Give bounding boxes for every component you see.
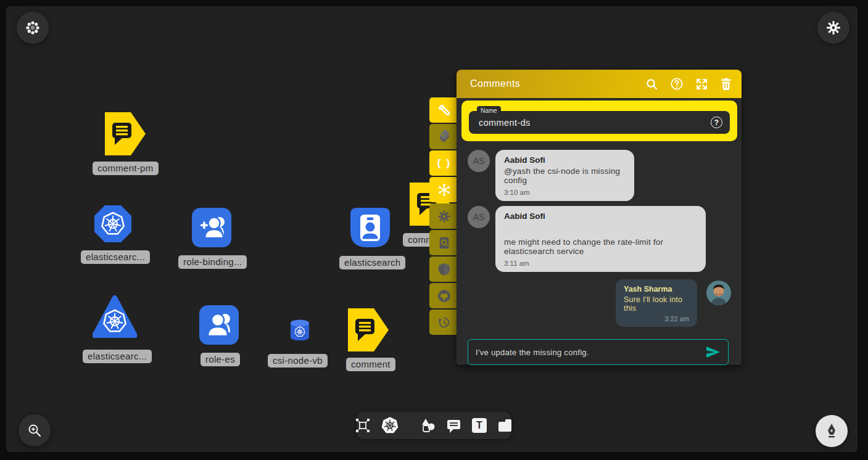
node-label-role-binding[interactable]: role-binding... — [178, 255, 247, 269]
github-icon — [437, 289, 452, 303]
network-module-tool[interactable] — [355, 417, 371, 433]
kubernetes-tool[interactable] — [381, 417, 399, 434]
settings-button[interactable] — [817, 12, 849, 44]
role-icon — [199, 305, 239, 345]
node-label-comment-pm[interactable]: comment-pm — [93, 162, 159, 175]
comment-tool[interactable] — [446, 418, 461, 433]
message-author: Aabid Sofi — [504, 212, 697, 221]
braces-icon: { } — [437, 157, 452, 170]
note-icon — [497, 418, 513, 433]
shield-icon — [438, 263, 450, 276]
message-author: Aabid Sofi — [504, 155, 626, 165]
name-field-label: Name — [477, 106, 501, 115]
mesh-hub-icon — [437, 183, 452, 197]
avatar-photo — [706, 281, 731, 305]
node-elasticsearch-triangle[interactable] — [93, 295, 137, 342]
name-input[interactable] — [479, 118, 711, 128]
pen-tool-button[interactable] — [816, 415, 848, 447]
help-icon[interactable] — [671, 78, 683, 90]
comment-pentagon-icon — [105, 112, 146, 155]
comment-pentagon-icon — [348, 308, 389, 351]
text-tool[interactable]: T — [472, 418, 487, 433]
toolbar-history-button[interactable] — [429, 310, 459, 335]
toolbar-braces-button[interactable]: { } — [429, 150, 459, 176]
send-icon — [706, 346, 721, 358]
node-action-toolbar: { } — [429, 97, 459, 335]
node-csi-node-vb[interactable] — [289, 319, 310, 345]
node-elasticsearch-badge[interactable] — [350, 208, 390, 250]
toolbar-wrench-button[interactable] — [429, 97, 459, 123]
expand-icon[interactable] — [696, 78, 708, 90]
text-tool-icon: T — [472, 418, 487, 433]
history-icon — [437, 316, 451, 329]
avatar: AS — [468, 206, 490, 228]
doc-search-icon — [437, 236, 451, 250]
toolbar-tags-button[interactable] — [429, 124, 459, 149]
shapes-icon — [420, 417, 436, 433]
toolbar-mesh-hub-button[interactable] — [429, 177, 459, 202]
wrench-icon — [437, 104, 451, 117]
node-label-comment[interactable]: comment — [346, 358, 395, 371]
message-text: @yash the csi-node is missing config — [504, 166, 626, 185]
node-label-csi-node-vb[interactable]: csi-node-vb — [268, 354, 328, 368]
message-time: 3:22 am — [624, 315, 689, 322]
gear-icon — [826, 20, 841, 35]
tags-icon — [437, 129, 452, 144]
role-binding-icon — [192, 208, 231, 247]
pen-nib-icon — [824, 422, 840, 440]
network-module-icon — [355, 417, 371, 433]
message-author: Yash Sharma — [624, 285, 689, 294]
gear-icon — [437, 210, 451, 223]
name-section: Name ? — [461, 101, 737, 141]
name-help-icon[interactable]: ? — [711, 117, 722, 128]
app-menu-button[interactable] — [17, 12, 49, 44]
message-row: AS Aabid Sofi me might need to change th… — [468, 206, 734, 272]
zoom-in-icon — [27, 422, 43, 438]
user-photo — [706, 281, 731, 305]
shape-toolbar: T — [357, 412, 511, 439]
search-icon[interactable] — [646, 78, 658, 90]
messages-list: AS Aabid Sofi @yash the csi-node is miss… — [457, 141, 742, 327]
send-button[interactable] — [706, 346, 721, 358]
message-time: 3:10 am — [504, 189, 626, 196]
k8s-triangle-icon — [93, 295, 137, 339]
comment-icon — [446, 418, 461, 433]
toolbar-doc-search-button[interactable] — [429, 230, 459, 255]
message-bubble: Aabid Sofi @yash the csi-node is missing… — [495, 150, 634, 201]
message-row: AS Aabid Sofi @yash the csi-node is miss… — [468, 150, 734, 201]
zoom-button[interactable] — [19, 414, 51, 446]
avatar: AS — [468, 150, 490, 172]
toolbar-shield-button[interactable] — [429, 257, 459, 282]
message-time: 3:11 am — [504, 260, 697, 267]
toolbar-github-button[interactable] — [429, 283, 459, 308]
node-label-elasticsearch-octagon[interactable]: elasticsearc... — [81, 250, 150, 264]
node-role-binding[interactable] — [192, 208, 231, 250]
k8s-cylinder-icon — [289, 319, 310, 342]
node-label-role-es[interactable]: role-es — [200, 353, 240, 366]
node-comment-pm[interactable] — [105, 112, 146, 158]
toolbar-gear-button[interactable] — [429, 203, 459, 229]
node-label-elasticsearch-triangle[interactable]: elasticsearc... — [83, 350, 152, 363]
meshery-flower-icon — [25, 20, 41, 36]
message-text: me might need to change the rate-limit f… — [504, 237, 697, 256]
node-role-es[interactable] — [199, 305, 239, 347]
service-account-icon — [350, 208, 390, 247]
node-label-elasticsearch-badge[interactable]: elasticsearch — [339, 256, 405, 269]
message-bubble: Aabid Sofi me might need to change the r… — [495, 206, 706, 272]
note-tool[interactable] — [497, 418, 513, 433]
kubernetes-icon — [381, 417, 399, 434]
panel-title: Comments — [470, 78, 646, 89]
name-field-wrap: Name ? — [469, 111, 730, 134]
message-bubble: Yash Sharma Sure I'll look into this 3:2… — [616, 279, 697, 327]
composer — [468, 339, 729, 365]
node-elasticsearch-octagon[interactable] — [94, 205, 132, 245]
node-comment[interactable] — [348, 308, 389, 354]
k8s-octagon-icon — [94, 205, 132, 243]
message-row: Yash Sharma Sure I'll look into this 3:2… — [468, 279, 734, 327]
comments-panel: Comments — [457, 70, 742, 364]
delete-icon[interactable] — [721, 78, 732, 90]
comments-panel-header[interactable]: Comments — [457, 70, 742, 98]
message-text: Sure I'll look into this — [624, 295, 689, 313]
shapes-tool[interactable] — [420, 417, 436, 433]
composer-input[interactable] — [476, 348, 706, 357]
